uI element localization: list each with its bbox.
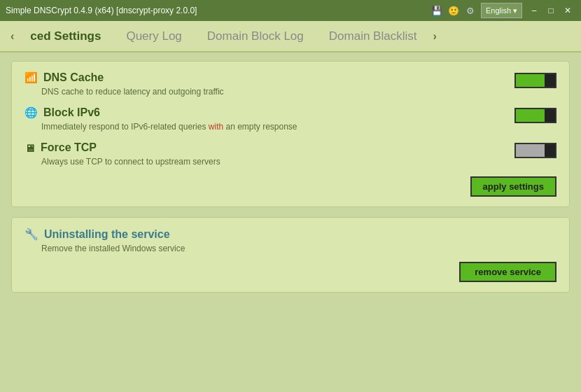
block-ipv6-icon: 🌐 xyxy=(24,106,38,119)
dns-cache-row: 📶 DNS Cache DNS cache to reduce latency … xyxy=(24,71,556,97)
block-ipv6-title: 🌐 Block IPv6 xyxy=(24,106,298,119)
title-bar: Simple DNSCrypt 0.4.9 (x64) [dnscrypt-pr… xyxy=(0,0,581,21)
uninstall-title: 🔧 Uninstalling the service xyxy=(24,227,556,241)
main-content: 📶 DNS Cache DNS cache to reduce latency … xyxy=(0,52,581,392)
uninstall-desc: Remove the installed Windows service xyxy=(24,244,556,253)
lang-dropdown-icon: ▾ xyxy=(513,6,517,15)
settings-card: 📶 DNS Cache DNS cache to reduce latency … xyxy=(11,61,570,207)
block-ipv6-toggle-container xyxy=(514,108,556,123)
force-tcp-row: 🖥 Force TCP Always use TCP to connect to… xyxy=(24,141,556,167)
language-button[interactable]: English ▾ xyxy=(481,3,522,18)
window-controls: – □ ✕ xyxy=(526,3,575,18)
force-tcp-icon: 🖥 xyxy=(24,142,35,154)
block-ipv6-toggle-on xyxy=(516,109,545,122)
uninstall-title-text: Uninstalling the service xyxy=(44,228,170,241)
dns-cache-title-text: DNS Cache xyxy=(43,71,104,84)
dns-cache-info: 📶 DNS Cache DNS cache to reduce latency … xyxy=(24,71,224,97)
force-tcp-title: 🖥 Force TCP xyxy=(24,141,220,154)
tab-bar: ‹ ced Settings Query Log Domain Block Lo… xyxy=(0,21,581,52)
force-tcp-toggle-container xyxy=(514,143,556,158)
force-tcp-title-text: Force TCP xyxy=(41,141,97,154)
block-ipv6-desc-highlight: with xyxy=(209,122,223,132)
force-tcp-info: 🖥 Force TCP Always use TCP to connect to… xyxy=(24,141,220,167)
block-ipv6-desc: Immediately respond to IPv6-related quer… xyxy=(24,122,298,132)
dns-cache-toggle-container xyxy=(514,73,556,88)
dns-cache-title: 📶 DNS Cache xyxy=(24,71,224,84)
remove-btn-row: remove service xyxy=(24,262,556,282)
block-ipv6-title-text: Block IPv6 xyxy=(43,106,100,119)
remove-service-button[interactable]: remove service xyxy=(459,262,556,282)
dns-cache-toggle-on xyxy=(516,74,545,87)
force-tcp-toggle-on xyxy=(516,144,545,157)
smiley-icon[interactable]: 🙂 xyxy=(447,4,460,17)
dns-cache-toggle[interactable] xyxy=(514,73,556,88)
tab-domain-block-log[interactable]: Domain Block Log xyxy=(195,24,316,49)
language-label: English xyxy=(486,6,511,15)
title-bar-icons: 💾 🙂 ⚙ English ▾ – □ ✕ xyxy=(430,3,575,18)
title-bar-left: Simple DNSCrypt 0.4.9 (x64) [dnscrypt-pr… xyxy=(6,6,197,15)
maximize-button[interactable]: □ xyxy=(543,3,559,18)
apply-btn-row: apply settings xyxy=(24,176,556,197)
dns-cache-desc: DNS cache to reduce latency and outgoing… xyxy=(24,87,224,97)
minimize-button[interactable]: – xyxy=(526,3,542,18)
force-tcp-desc: Always use TCP to connect to upstream se… xyxy=(24,157,220,167)
tab-advanced-settings[interactable]: ced Settings xyxy=(18,24,113,49)
app-title: Simple DNSCrypt 0.4.9 (x64) [dnscrypt-pr… xyxy=(6,6,197,15)
block-ipv6-desc-part1: Immediately respond to IPv6-related quer… xyxy=(41,122,209,132)
block-ipv6-toggle[interactable] xyxy=(514,108,556,123)
uninstall-card: 🔧 Uninstalling the service Remove the in… xyxy=(11,217,570,293)
apply-settings-button[interactable]: apply settings xyxy=(470,176,556,197)
save-icon[interactable]: 💾 xyxy=(430,4,443,17)
force-tcp-toggle-off xyxy=(545,144,555,157)
block-ipv6-info: 🌐 Block IPv6 Immediately respond to IPv6… xyxy=(24,106,298,132)
settings-icon[interactable]: ⚙ xyxy=(464,4,477,17)
tab-next-button[interactable]: › xyxy=(429,30,440,43)
uninstall-icon: 🔧 xyxy=(24,227,38,241)
dns-cache-toggle-off xyxy=(545,74,555,87)
block-ipv6-toggle-off xyxy=(545,109,555,122)
force-tcp-toggle[interactable] xyxy=(514,143,556,158)
block-ipv6-row: 🌐 Block IPv6 Immediately respond to IPv6… xyxy=(24,106,556,132)
tab-prev-button[interactable]: ‹ xyxy=(7,30,18,43)
tab-query-log[interactable]: Query Log xyxy=(113,24,194,49)
block-ipv6-desc-part2: an empty response xyxy=(223,122,297,132)
close-button[interactable]: ✕ xyxy=(560,3,575,18)
dns-cache-icon: 📶 xyxy=(24,71,38,84)
tab-domain-blacklist[interactable]: Domain Blacklist xyxy=(316,24,430,49)
